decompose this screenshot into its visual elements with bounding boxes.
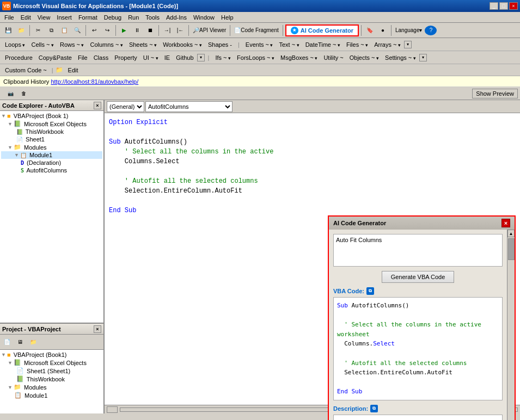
outdent-button[interactable]: |← — [174, 24, 186, 36]
proj-modules[interactable]: ▼ 📁 Modules — [1, 383, 102, 391]
project-panel-close[interactable]: × — [94, 325, 101, 333]
tree-declaration[interactable]: D (Declaration) — [1, 159, 102, 166]
edit-item[interactable]: Edit — [65, 66, 81, 75]
proj-sheet1[interactable]: 📄 Sheet1 (Sheet1) — [1, 367, 102, 375]
tree-autofitcolumns[interactable]: S AutofitColumns — [1, 166, 102, 174]
menu-format[interactable]: Format — [75, 13, 101, 22]
menu-window[interactable]: Window — [190, 13, 218, 22]
find-button[interactable]: 🔍 — [71, 24, 83, 36]
tree-vbaproject[interactable]: ▼ ■ VBAProject (Book 1) — [1, 112, 102, 120]
rows-menu[interactable]: Rows ~ — [57, 40, 87, 49]
procedure-select[interactable]: AutofitColumns — [145, 101, 233, 112]
menu-view[interactable]: View — [34, 13, 54, 22]
indent-button[interactable]: →| — [161, 24, 173, 36]
code-explorer-close[interactable]: × — [94, 102, 101, 109]
proj-module1[interactable]: 📋 Module1 — [1, 391, 102, 399]
desc-copy-icon[interactable]: ⧉ — [370, 405, 378, 412]
menu-insert[interactable]: Insert — [53, 13, 75, 22]
view-code-btn[interactable]: 📄 — [1, 336, 13, 348]
run-button[interactable]: ▶ — [118, 24, 130, 36]
more-button[interactable]: ▾ — [404, 41, 412, 48]
close-button[interactable]: × — [509, 2, 518, 10]
msgboxes-item[interactable]: MsgBoxes ~ — [278, 53, 320, 62]
copy-button[interactable]: ⧉ — [45, 24, 57, 36]
arrays-menu[interactable]: Arrays ~ — [371, 40, 403, 49]
workbooks-menu[interactable]: Workbooks ~ — [160, 40, 205, 49]
ai-panel-close-button[interactable]: × — [501, 219, 510, 227]
custom-code-menu[interactable]: Custom Code ~ — [2, 66, 50, 75]
stop-button[interactable]: ⏹ — [144, 24, 156, 36]
preview-icon-2[interactable]: 🗑 — [17, 89, 29, 98]
language-button[interactable]: Language ▾ — [394, 24, 424, 36]
more-button-2[interactable]: ▾ — [197, 54, 205, 61]
ai-scroll-up[interactable]: ▲ — [507, 230, 515, 237]
ui-item[interactable]: UI ~ — [140, 53, 161, 62]
undo-button[interactable]: ↩ — [88, 24, 100, 36]
utility-item[interactable]: Utility ~ — [321, 53, 346, 62]
menu-addins[interactable]: Add-Ins — [163, 13, 190, 22]
view-obj-btn[interactable]: 🖥 — [14, 336, 26, 348]
settings-item[interactable]: Settings ~ — [382, 53, 419, 62]
api-viewer-button[interactable]: 🔎 API Viewer — [191, 24, 228, 36]
ai-scroll-track[interactable] — [507, 237, 515, 420]
tree-excel-objects[interactable]: ▼ 📗 Microsoft Excel Objects — [1, 120, 102, 128]
events-menu[interactable]: Events ~ — [243, 40, 276, 49]
proj-thisworkbook[interactable]: 📗 ThisWorkbook — [1, 375, 102, 383]
ai-scrollbar[interactable]: ▲ ▼ — [507, 230, 515, 420]
minimize-button[interactable]: _ — [490, 2, 498, 10]
github-item[interactable]: Github — [173, 53, 196, 62]
tree-module1[interactable]: ▼ 📋 Module1 — [1, 151, 102, 159]
sheets-menu[interactable]: Sheets ~ — [126, 40, 160, 49]
general-select[interactable]: (General) — [107, 101, 144, 112]
generate-vba-button[interactable]: Generate VBA Code — [382, 271, 455, 283]
help-button[interactable]: ? — [425, 26, 437, 35]
menu-tools[interactable]: Tools — [142, 13, 163, 22]
cut-button[interactable]: ✂ — [32, 24, 44, 36]
restore-button[interactable]: □ — [499, 2, 508, 10]
breakpoint-button[interactable]: ● — [377, 24, 389, 36]
file-item[interactable]: File — [75, 53, 90, 62]
text-menu[interactable]: Text ~ — [276, 40, 302, 49]
save-button[interactable]: 💾 — [2, 24, 14, 36]
procedure-item[interactable]: Procedure — [2, 53, 35, 62]
class-item[interactable]: Class — [91, 53, 112, 62]
window-controls[interactable]: _ □ × — [490, 2, 518, 10]
cells-menu[interactable]: Cells ~ — [29, 40, 57, 49]
bookmark-button[interactable]: 🔖 — [364, 24, 376, 36]
tree-modules[interactable]: ▼ 📁 Modules — [1, 143, 102, 151]
ie-item[interactable]: IE — [162, 53, 173, 62]
show-preview-button[interactable]: Show Preview — [472, 89, 518, 98]
forsloops-item[interactable]: ForsLoops ~ — [234, 53, 277, 62]
more-button-3[interactable]: ▾ — [419, 54, 427, 61]
menu-help[interactable]: Help — [218, 13, 237, 22]
menu-file[interactable]: File — [1, 13, 17, 22]
redo-button[interactable]: ↪ — [101, 24, 113, 36]
ifs-item[interactable]: Ifs ~ — [212, 53, 234, 62]
ai-code-generator-button[interactable]: ★ AI Code Generator — [285, 24, 359, 36]
tree-sheet1[interactable]: 📄 Sheet1 — [1, 135, 102, 143]
ai-input-field[interactable]: Auto Fit Columns — [333, 234, 503, 267]
columns-menu[interactable]: Columns ~ — [87, 40, 125, 49]
datetime-menu[interactable]: DateTime ~ — [303, 40, 343, 49]
pause-button[interactable]: ⏸ — [131, 24, 143, 36]
objects-item[interactable]: Objects ~ — [347, 53, 382, 62]
ai-scroll-thumb[interactable] — [508, 238, 515, 260]
proj-vbaproject[interactable]: ▼ ■ VBAProject (Book1) — [1, 351, 102, 359]
proj-excel-objects[interactable]: ▼ 📗 Microsoft Excel Objects — [1, 359, 102, 367]
scroll-indicator[interactable] — [107, 406, 118, 413]
menu-run[interactable]: Run — [125, 13, 142, 22]
copypaste-item[interactable]: Copy&Paste — [36, 53, 75, 62]
clipboard-url[interactable]: http://localhost:81/autovbax/help/ — [51, 78, 138, 85]
code-fragment-button[interactable]: 📄 Code Fragment — [233, 24, 280, 36]
preview-icon-1[interactable]: 📷 — [4, 89, 16, 98]
menu-edit[interactable]: Edit — [17, 13, 34, 22]
files-menu[interactable]: Files ~ — [344, 40, 371, 49]
vba-copy-icon[interactable]: ⧉ — [366, 287, 374, 295]
property-item[interactable]: Property — [112, 53, 140, 62]
menu-debug[interactable]: Debug — [101, 13, 125, 22]
loops-menu[interactable]: Loops — [2, 40, 28, 49]
shapes-menu[interactable]: Shapes - — [205, 40, 235, 49]
tree-thisworkbook[interactable]: 📗 ThisWorkbook — [1, 128, 102, 135]
paste-button[interactable]: 📋 — [58, 24, 70, 36]
open-button[interactable]: 📁 — [15, 24, 27, 36]
